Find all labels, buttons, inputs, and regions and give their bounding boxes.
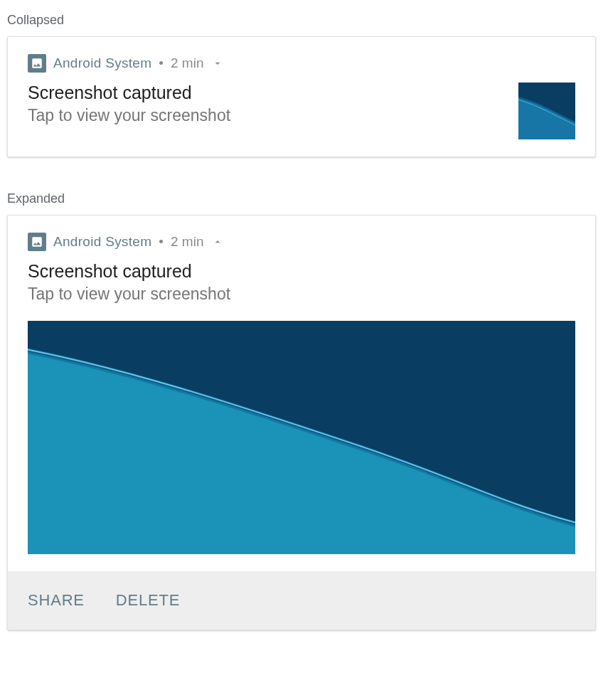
section-label-expanded: Expanded: [7, 191, 596, 206]
separator-dot: •: [159, 55, 164, 71]
screenshot-large-image: [28, 321, 575, 554]
notification-subtitle: Tap to view your screenshot: [28, 285, 575, 304]
notification-title: Screenshot captured: [28, 261, 575, 282]
picture-icon: [28, 54, 46, 73]
separator-dot: •: [159, 234, 164, 250]
notification-title: Screenshot captured: [28, 83, 504, 103]
delete-button[interactable]: DELETE: [116, 591, 180, 610]
notification-card-collapsed[interactable]: Android System • 2 min Screenshot captur…: [7, 36, 596, 157]
picture-icon: [28, 233, 46, 251]
timestamp: 2 min: [171, 55, 203, 71]
share-button[interactable]: SHARE: [28, 591, 85, 610]
timestamp: 2 min: [171, 234, 203, 250]
app-name: Android System: [53, 55, 151, 71]
chevron-down-icon[interactable]: [210, 56, 225, 70]
app-name: Android System: [53, 234, 151, 250]
section-label-collapsed: Collapsed: [7, 13, 596, 28]
notification-card-expanded[interactable]: Android System • 2 min Screenshot captur…: [7, 215, 596, 630]
notification-actions: SHARE DELETE: [8, 571, 595, 630]
notification-header: Android System • 2 min: [28, 233, 575, 251]
notification-subtitle: Tap to view your screenshot: [28, 106, 504, 125]
notification-header: Android System • 2 min: [28, 54, 575, 73]
screenshot-thumbnail: [518, 83, 575, 139]
chevron-up-icon[interactable]: [210, 235, 225, 249]
